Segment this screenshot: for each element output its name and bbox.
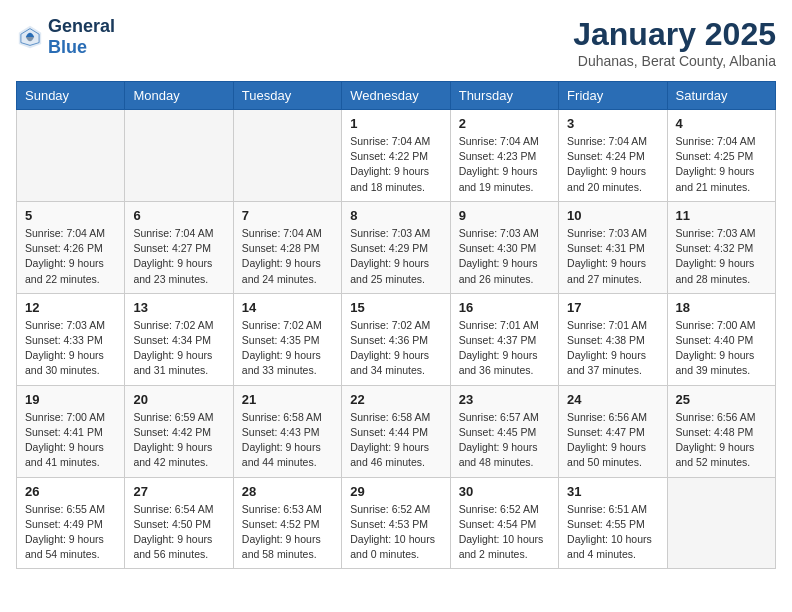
weekday-header-wednesday: Wednesday <box>342 82 450 110</box>
logo-general: General <box>48 16 115 36</box>
calendar-cell <box>233 110 341 202</box>
day-number: 21 <box>242 392 333 407</box>
day-info: Sunrise: 7:00 AM Sunset: 4:41 PM Dayligh… <box>25 410 116 471</box>
day-number: 13 <box>133 300 224 315</box>
day-number: 27 <box>133 484 224 499</box>
calendar-title: January 2025 <box>573 16 776 53</box>
day-number: 16 <box>459 300 550 315</box>
day-number: 6 <box>133 208 224 223</box>
day-info: Sunrise: 6:56 AM Sunset: 4:48 PM Dayligh… <box>676 410 767 471</box>
weekday-header-friday: Friday <box>559 82 667 110</box>
calendar-cell: 28Sunrise: 6:53 AM Sunset: 4:52 PM Dayli… <box>233 477 341 569</box>
day-number: 5 <box>25 208 116 223</box>
calendar-cell: 2Sunrise: 7:04 AM Sunset: 4:23 PM Daylig… <box>450 110 558 202</box>
calendar-cell: 26Sunrise: 6:55 AM Sunset: 4:49 PM Dayli… <box>17 477 125 569</box>
day-number: 9 <box>459 208 550 223</box>
day-number: 12 <box>25 300 116 315</box>
day-info: Sunrise: 7:02 AM Sunset: 4:36 PM Dayligh… <box>350 318 441 379</box>
calendar-cell: 22Sunrise: 6:58 AM Sunset: 4:44 PM Dayli… <box>342 385 450 477</box>
logo-blue: Blue <box>48 37 87 57</box>
day-info: Sunrise: 6:55 AM Sunset: 4:49 PM Dayligh… <box>25 502 116 563</box>
day-number: 14 <box>242 300 333 315</box>
day-number: 4 <box>676 116 767 131</box>
week-row-5: 26Sunrise: 6:55 AM Sunset: 4:49 PM Dayli… <box>17 477 776 569</box>
week-row-2: 5Sunrise: 7:04 AM Sunset: 4:26 PM Daylig… <box>17 201 776 293</box>
calendar-cell: 17Sunrise: 7:01 AM Sunset: 4:38 PM Dayli… <box>559 293 667 385</box>
week-row-1: 1Sunrise: 7:04 AM Sunset: 4:22 PM Daylig… <box>17 110 776 202</box>
calendar-table: SundayMondayTuesdayWednesdayThursdayFrid… <box>16 81 776 569</box>
day-info: Sunrise: 6:54 AM Sunset: 4:50 PM Dayligh… <box>133 502 224 563</box>
day-number: 19 <box>25 392 116 407</box>
day-info: Sunrise: 7:03 AM Sunset: 4:33 PM Dayligh… <box>25 318 116 379</box>
week-row-3: 12Sunrise: 7:03 AM Sunset: 4:33 PM Dayli… <box>17 293 776 385</box>
title-block: January 2025 Duhanas, Berat County, Alba… <box>573 16 776 69</box>
weekday-header-tuesday: Tuesday <box>233 82 341 110</box>
day-info: Sunrise: 7:04 AM Sunset: 4:25 PM Dayligh… <box>676 134 767 195</box>
calendar-cell: 24Sunrise: 6:56 AM Sunset: 4:47 PM Dayli… <box>559 385 667 477</box>
day-info: Sunrise: 7:01 AM Sunset: 4:37 PM Dayligh… <box>459 318 550 379</box>
day-number: 3 <box>567 116 658 131</box>
logo: General Blue <box>16 16 115 58</box>
calendar-cell <box>125 110 233 202</box>
day-number: 23 <box>459 392 550 407</box>
calendar-cell: 19Sunrise: 7:00 AM Sunset: 4:41 PM Dayli… <box>17 385 125 477</box>
calendar-subtitle: Duhanas, Berat County, Albania <box>573 53 776 69</box>
weekday-header-thursday: Thursday <box>450 82 558 110</box>
day-info: Sunrise: 7:03 AM Sunset: 4:32 PM Dayligh… <box>676 226 767 287</box>
day-info: Sunrise: 6:52 AM Sunset: 4:53 PM Dayligh… <box>350 502 441 563</box>
day-info: Sunrise: 7:03 AM Sunset: 4:29 PM Dayligh… <box>350 226 441 287</box>
day-number: 26 <box>25 484 116 499</box>
day-info: Sunrise: 7:04 AM Sunset: 4:22 PM Dayligh… <box>350 134 441 195</box>
day-number: 7 <box>242 208 333 223</box>
calendar-cell <box>667 477 775 569</box>
day-number: 29 <box>350 484 441 499</box>
calendar-cell: 12Sunrise: 7:03 AM Sunset: 4:33 PM Dayli… <box>17 293 125 385</box>
day-number: 15 <box>350 300 441 315</box>
calendar-cell: 5Sunrise: 7:04 AM Sunset: 4:26 PM Daylig… <box>17 201 125 293</box>
calendar-cell: 3Sunrise: 7:04 AM Sunset: 4:24 PM Daylig… <box>559 110 667 202</box>
day-number: 22 <box>350 392 441 407</box>
day-info: Sunrise: 7:02 AM Sunset: 4:35 PM Dayligh… <box>242 318 333 379</box>
day-number: 8 <box>350 208 441 223</box>
day-info: Sunrise: 6:58 AM Sunset: 4:43 PM Dayligh… <box>242 410 333 471</box>
calendar-cell: 13Sunrise: 7:02 AM Sunset: 4:34 PM Dayli… <box>125 293 233 385</box>
calendar-cell <box>17 110 125 202</box>
calendar-cell: 11Sunrise: 7:03 AM Sunset: 4:32 PM Dayli… <box>667 201 775 293</box>
day-number: 20 <box>133 392 224 407</box>
day-info: Sunrise: 7:04 AM Sunset: 4:23 PM Dayligh… <box>459 134 550 195</box>
calendar-cell: 23Sunrise: 6:57 AM Sunset: 4:45 PM Dayli… <box>450 385 558 477</box>
day-number: 17 <box>567 300 658 315</box>
day-number: 11 <box>676 208 767 223</box>
logo-icon <box>16 23 44 51</box>
calendar-cell: 30Sunrise: 6:52 AM Sunset: 4:54 PM Dayli… <box>450 477 558 569</box>
calendar-cell: 21Sunrise: 6:58 AM Sunset: 4:43 PM Dayli… <box>233 385 341 477</box>
calendar-cell: 29Sunrise: 6:52 AM Sunset: 4:53 PM Dayli… <box>342 477 450 569</box>
day-info: Sunrise: 6:57 AM Sunset: 4:45 PM Dayligh… <box>459 410 550 471</box>
day-info: Sunrise: 7:00 AM Sunset: 4:40 PM Dayligh… <box>676 318 767 379</box>
day-info: Sunrise: 6:51 AM Sunset: 4:55 PM Dayligh… <box>567 502 658 563</box>
calendar-cell: 15Sunrise: 7:02 AM Sunset: 4:36 PM Dayli… <box>342 293 450 385</box>
day-number: 18 <box>676 300 767 315</box>
weekday-header-row: SundayMondayTuesdayWednesdayThursdayFrid… <box>17 82 776 110</box>
day-info: Sunrise: 7:03 AM Sunset: 4:30 PM Dayligh… <box>459 226 550 287</box>
day-number: 1 <box>350 116 441 131</box>
day-info: Sunrise: 6:58 AM Sunset: 4:44 PM Dayligh… <box>350 410 441 471</box>
day-number: 2 <box>459 116 550 131</box>
calendar-cell: 7Sunrise: 7:04 AM Sunset: 4:28 PM Daylig… <box>233 201 341 293</box>
page-header: General Blue January 2025 Duhanas, Berat… <box>16 16 776 69</box>
weekday-header-sunday: Sunday <box>17 82 125 110</box>
day-number: 25 <box>676 392 767 407</box>
day-info: Sunrise: 6:52 AM Sunset: 4:54 PM Dayligh… <box>459 502 550 563</box>
day-info: Sunrise: 6:56 AM Sunset: 4:47 PM Dayligh… <box>567 410 658 471</box>
calendar-cell: 20Sunrise: 6:59 AM Sunset: 4:42 PM Dayli… <box>125 385 233 477</box>
calendar-cell: 25Sunrise: 6:56 AM Sunset: 4:48 PM Dayli… <box>667 385 775 477</box>
day-info: Sunrise: 7:02 AM Sunset: 4:34 PM Dayligh… <box>133 318 224 379</box>
calendar-cell: 9Sunrise: 7:03 AM Sunset: 4:30 PM Daylig… <box>450 201 558 293</box>
day-info: Sunrise: 6:53 AM Sunset: 4:52 PM Dayligh… <box>242 502 333 563</box>
day-number: 28 <box>242 484 333 499</box>
calendar-cell: 6Sunrise: 7:04 AM Sunset: 4:27 PM Daylig… <box>125 201 233 293</box>
calendar-cell: 31Sunrise: 6:51 AM Sunset: 4:55 PM Dayli… <box>559 477 667 569</box>
day-info: Sunrise: 7:04 AM Sunset: 4:24 PM Dayligh… <box>567 134 658 195</box>
weekday-header-saturday: Saturday <box>667 82 775 110</box>
day-info: Sunrise: 7:04 AM Sunset: 4:28 PM Dayligh… <box>242 226 333 287</box>
